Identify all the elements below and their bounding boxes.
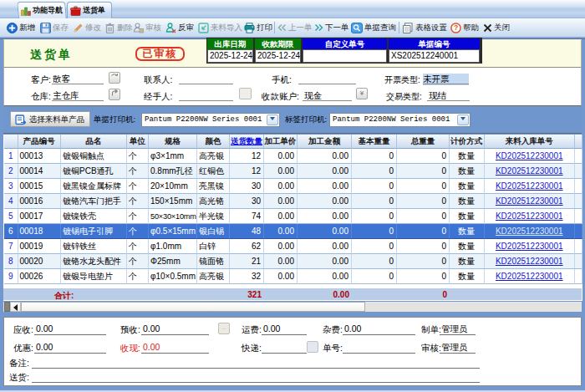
svg-text:?: ? (454, 23, 458, 32)
